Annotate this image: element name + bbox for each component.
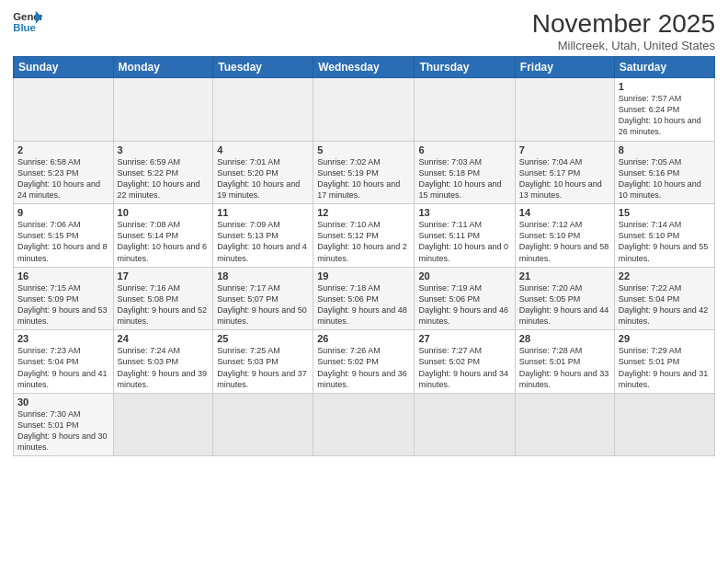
- calendar-cell: 4Sunrise: 7:01 AM Sunset: 5:20 PM Daylig…: [213, 141, 313, 204]
- calendar-cell: 26Sunrise: 7:26 AM Sunset: 5:02 PM Dayli…: [313, 330, 415, 394]
- calendar-cell: [14, 78, 114, 142]
- calendar-cell: 17Sunrise: 7:16 AM Sunset: 5:08 PM Dayli…: [113, 267, 213, 330]
- day-number: 25: [217, 333, 309, 344]
- logo-icon: General Blue: [13, 9, 42, 35]
- day-info: Sunrise: 7:12 AM Sunset: 5:10 PM Dayligh…: [519, 219, 610, 264]
- day-number: 2: [17, 144, 109, 155]
- calendar-cell: 9Sunrise: 7:06 AM Sunset: 5:15 PM Daylig…: [14, 204, 114, 268]
- day-number: 21: [519, 270, 610, 282]
- calendar-cell: [113, 78, 213, 142]
- calendar-cell: 1Sunrise: 7:57 AM Sunset: 6:24 PM Daylig…: [614, 78, 714, 142]
- day-info: Sunrise: 7:25 AM Sunset: 5:03 PM Dayligh…: [217, 345, 309, 390]
- day-number: 12: [317, 207, 410, 218]
- day-info: Sunrise: 7:04 AM Sunset: 5:17 PM Dayligh…: [519, 156, 610, 201]
- week-row-2: 2Sunrise: 6:58 AM Sunset: 5:23 PM Daylig…: [14, 141, 715, 204]
- day-number: 29: [619, 333, 711, 344]
- day-number: 26: [317, 333, 410, 344]
- day-info: Sunrise: 7:26 AM Sunset: 5:02 PM Dayligh…: [317, 345, 410, 390]
- day-info: Sunrise: 7:10 AM Sunset: 5:12 PM Dayligh…: [317, 219, 410, 264]
- day-number: 13: [418, 207, 510, 218]
- day-number: 8: [619, 144, 711, 155]
- day-number: 1: [619, 81, 711, 92]
- calendar-cell: [515, 393, 614, 456]
- calendar: SundayMondayTuesdayWednesdayThursdayFrid…: [13, 56, 715, 456]
- day-info: Sunrise: 7:23 AM Sunset: 5:04 PM Dayligh…: [17, 345, 109, 390]
- day-number: 17: [118, 270, 210, 282]
- weekday-header-thursday: Thursday: [415, 57, 515, 78]
- calendar-cell: 20Sunrise: 7:19 AM Sunset: 5:06 PM Dayli…: [415, 267, 515, 330]
- day-info: Sunrise: 7:24 AM Sunset: 5:03 PM Dayligh…: [118, 345, 210, 390]
- calendar-cell: 14Sunrise: 7:12 AM Sunset: 5:10 PM Dayli…: [515, 204, 614, 268]
- day-number: 20: [418, 270, 510, 282]
- day-number: 15: [619, 207, 711, 218]
- calendar-cell: 3Sunrise: 6:59 AM Sunset: 5:22 PM Daylig…: [113, 141, 213, 204]
- calendar-cell: [415, 393, 515, 456]
- week-row-1: 1Sunrise: 7:57 AM Sunset: 6:24 PM Daylig…: [14, 78, 715, 142]
- day-number: 10: [118, 207, 210, 218]
- day-number: 14: [519, 207, 610, 218]
- day-number: 11: [217, 207, 309, 218]
- day-info: Sunrise: 7:06 AM Sunset: 5:15 PM Dayligh…: [17, 219, 109, 264]
- day-info: Sunrise: 7:09 AM Sunset: 5:13 PM Dayligh…: [217, 219, 309, 264]
- day-info: Sunrise: 7:30 AM Sunset: 5:01 PM Dayligh…: [17, 408, 109, 454]
- weekday-header-wednesday: Wednesday: [313, 57, 415, 78]
- page: General Blue November 2025 Millcreek, Ut…: [0, 0, 728, 563]
- title-block: November 2025 Millcreek, Utah, United St…: [532, 9, 715, 52]
- day-number: 27: [418, 333, 510, 344]
- day-info: Sunrise: 7:05 AM Sunset: 5:16 PM Dayligh…: [619, 156, 711, 201]
- day-info: Sunrise: 7:19 AM Sunset: 5:06 PM Dayligh…: [418, 282, 510, 327]
- weekday-header-sunday: Sunday: [14, 57, 114, 78]
- weekday-header-monday: Monday: [113, 57, 213, 78]
- day-info: Sunrise: 7:27 AM Sunset: 5:02 PM Dayligh…: [418, 345, 510, 390]
- day-info: Sunrise: 7:03 AM Sunset: 5:18 PM Dayligh…: [418, 156, 510, 201]
- week-row-5: 23Sunrise: 7:23 AM Sunset: 5:04 PM Dayli…: [14, 330, 715, 394]
- calendar-cell: 11Sunrise: 7:09 AM Sunset: 5:13 PM Dayli…: [213, 204, 313, 268]
- day-number: 4: [217, 144, 309, 155]
- calendar-cell: 16Sunrise: 7:15 AM Sunset: 5:09 PM Dayli…: [14, 267, 114, 330]
- day-info: Sunrise: 6:58 AM Sunset: 5:23 PM Dayligh…: [17, 156, 109, 201]
- weekday-header-friday: Friday: [515, 57, 614, 78]
- calendar-cell: 25Sunrise: 7:25 AM Sunset: 5:03 PM Dayli…: [213, 330, 313, 394]
- calendar-cell: 13Sunrise: 7:11 AM Sunset: 5:11 PM Dayli…: [415, 204, 515, 268]
- day-info: Sunrise: 7:57 AM Sunset: 6:24 PM Dayligh…: [619, 93, 711, 138]
- day-info: Sunrise: 7:18 AM Sunset: 5:06 PM Dayligh…: [317, 282, 410, 327]
- location-title: Millcreek, Utah, United States: [532, 39, 715, 52]
- calendar-cell: 6Sunrise: 7:03 AM Sunset: 5:18 PM Daylig…: [415, 141, 515, 204]
- month-title: November 2025: [532, 9, 715, 39]
- day-number: 5: [317, 144, 410, 155]
- day-info: Sunrise: 7:08 AM Sunset: 5:14 PM Dayligh…: [118, 219, 210, 264]
- day-number: 28: [519, 333, 610, 344]
- day-info: Sunrise: 7:16 AM Sunset: 5:08 PM Dayligh…: [118, 282, 210, 327]
- weekday-header-row: SundayMondayTuesdayWednesdayThursdayFrid…: [14, 57, 715, 78]
- calendar-cell: 2Sunrise: 6:58 AM Sunset: 5:23 PM Daylig…: [14, 141, 114, 204]
- week-row-6: 30Sunrise: 7:30 AM Sunset: 5:01 PM Dayli…: [14, 393, 715, 456]
- calendar-cell: 23Sunrise: 7:23 AM Sunset: 5:04 PM Dayli…: [14, 330, 114, 394]
- calendar-cell: 15Sunrise: 7:14 AM Sunset: 5:10 PM Dayli…: [614, 204, 714, 268]
- calendar-cell: [113, 393, 213, 456]
- calendar-cell: [213, 393, 313, 456]
- calendar-cell: 27Sunrise: 7:27 AM Sunset: 5:02 PM Dayli…: [415, 330, 515, 394]
- day-number: 7: [519, 144, 610, 155]
- calendar-cell: [415, 78, 515, 142]
- day-info: Sunrise: 7:20 AM Sunset: 5:05 PM Dayligh…: [519, 282, 610, 327]
- calendar-cell: [213, 78, 313, 142]
- day-number: 19: [317, 270, 410, 282]
- calendar-cell: 8Sunrise: 7:05 AM Sunset: 5:16 PM Daylig…: [614, 141, 714, 204]
- calendar-cell: 24Sunrise: 7:24 AM Sunset: 5:03 PM Dayli…: [113, 330, 213, 394]
- day-number: 30: [17, 396, 109, 408]
- logo: General Blue: [13, 9, 42, 35]
- day-number: 9: [17, 207, 109, 218]
- calendar-cell: 21Sunrise: 7:20 AM Sunset: 5:05 PM Dayli…: [515, 267, 614, 330]
- calendar-cell: [313, 78, 415, 142]
- calendar-cell: 12Sunrise: 7:10 AM Sunset: 5:12 PM Dayli…: [313, 204, 415, 268]
- week-row-4: 16Sunrise: 7:15 AM Sunset: 5:09 PM Dayli…: [14, 267, 715, 330]
- day-number: 3: [118, 144, 210, 155]
- day-info: Sunrise: 7:01 AM Sunset: 5:20 PM Dayligh…: [217, 156, 309, 201]
- calendar-cell: [515, 78, 614, 142]
- week-row-3: 9Sunrise: 7:06 AM Sunset: 5:15 PM Daylig…: [14, 204, 715, 268]
- calendar-cell: [614, 393, 714, 456]
- weekday-header-tuesday: Tuesday: [213, 57, 313, 78]
- calendar-cell: 19Sunrise: 7:18 AM Sunset: 5:06 PM Dayli…: [313, 267, 415, 330]
- day-info: Sunrise: 6:59 AM Sunset: 5:22 PM Dayligh…: [118, 156, 210, 201]
- day-number: 24: [118, 333, 210, 344]
